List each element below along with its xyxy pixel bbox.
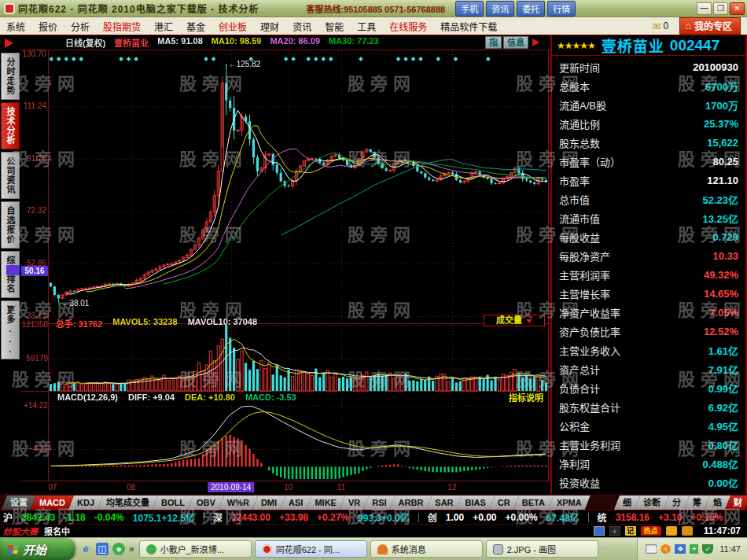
sidebar-tab[interactable]: 技术分析 <box>1 102 20 149</box>
stat-value: 14.65% <box>704 288 738 300</box>
index-value: 创 <box>428 510 437 524</box>
menu-item[interactable]: 精品软件下载 <box>440 20 497 33</box>
stat-row: 主营利润率49.32% <box>552 265 745 284</box>
sidebar-collapse-arrow-icon[interactable] <box>5 39 13 48</box>
titlebar-button-委托[interactable]: 委托 <box>517 1 545 17</box>
taskbar-task-button[interactable]: 2.JPG - 画图 <box>486 540 598 558</box>
indicator-tab[interactable]: OBV <box>188 496 224 510</box>
volume-header-item: MAVOL10: 37048 <box>188 317 257 330</box>
indicator-tab[interactable]: ARBR <box>390 496 432 510</box>
indicator-help-button[interactable]: 指标说明 <box>509 391 543 403</box>
stat-label: 更新时间 <box>559 60 600 75</box>
stat-row: 每股净资产10.33 <box>552 246 745 265</box>
index-value: +0.00% <box>506 512 538 523</box>
close-button[interactable]: ✕ <box>730 2 745 15</box>
stat-row: 主营增长率14.65% <box>552 284 745 303</box>
restore-button[interactable]: ❐ <box>713 2 728 15</box>
titlebar-button-资讯[interactable]: 资讯 <box>486 1 514 17</box>
menu-item[interactable]: 创业板 <box>219 20 247 33</box>
orange-tray-icon[interactable]: ‹ <box>661 544 671 554</box>
menu-item[interactable]: 理财 <box>260 20 279 33</box>
stat-row: 负债合计0.99亿 <box>552 378 745 397</box>
indicator-tab[interactable]: SAR <box>426 496 462 510</box>
network-icon[interactable]: ❖ <box>675 544 686 554</box>
menu-item[interactable]: 工具 <box>357 20 376 33</box>
indicator-tab[interactable]: KDJ <box>68 496 103 510</box>
index-value: 统 <box>598 510 607 524</box>
stat-row: 公积金4.95亿 <box>552 416 745 435</box>
index-value: +0.00 <box>473 512 496 523</box>
brightness-icon[interactable]: ✳ <box>609 526 620 536</box>
menu-item[interactable]: 在线服务 <box>389 20 427 33</box>
stat-value: 0.488亿 <box>702 456 738 471</box>
indicator-tab[interactable]: ASI <box>280 496 311 510</box>
indicator-tab[interactable]: 设置 <box>2 496 36 510</box>
mail-indicator[interactable]: ✉ 0 <box>653 20 669 32</box>
green-tray-icon[interactable]: + <box>690 544 698 554</box>
indicator-tab[interactable]: BOLL <box>153 496 193 510</box>
menu-item[interactable]: 资讯 <box>293 20 311 33</box>
indicator-tab[interactable]: DMI <box>252 496 285 510</box>
titlebar-button-行情[interactable]: 行情 <box>547 1 576 17</box>
sidebar-tab[interactable]: 更多... <box>1 300 20 359</box>
indicator-tab[interactable]: MACD <box>31 496 74 510</box>
info-mini-button[interactable]: 信息 <box>503 36 528 49</box>
stat-value: 4.95亿 <box>708 418 738 433</box>
uc-icon[interactable]: ● <box>112 543 125 555</box>
index-value: 1075.1+12.5亿 <box>133 510 195 524</box>
menu-item[interactable]: 基金 <box>186 20 205 33</box>
kline-chart-canvas[interactable] <box>21 35 550 495</box>
hot-news-button[interactable]: 热点 <box>641 526 661 536</box>
sidebar-tab[interactable]: 公司资讯 <box>1 152 20 199</box>
taskbar-task-button[interactable]: 系统消息 <box>370 540 483 558</box>
shield-icon[interactable]: ✓ <box>702 544 713 554</box>
notes-icon[interactable]: 记 <box>625 526 636 536</box>
titlebar-button-手机[interactable]: 手机 <box>455 1 484 17</box>
messenger-icon[interactable]: ◫ <box>96 543 109 555</box>
stat-value: 13.25亿 <box>702 211 738 226</box>
indicator-tab[interactable]: BIAS <box>457 496 495 510</box>
title-bar: 同花顺622 - 同花顺 2010电脑之家下载版 - 技术分析 客服热线:951… <box>0 0 747 17</box>
stat-row: 股东权益合计6.92亿 <box>552 397 745 416</box>
indicator-tab[interactable]: W%R <box>219 496 258 510</box>
index-status-bar: 沪2842.43-1.18-0.04%1075.1+12.5亿深12443.00… <box>0 510 747 524</box>
sidebar-tab[interactable]: 分时走势 <box>1 53 20 100</box>
stat-row: 净资产收益率7.05% <box>552 303 745 322</box>
indicator-tab[interactable]: XPMA <box>548 496 591 510</box>
keyboard-icon[interactable]: ⌨ <box>646 544 657 554</box>
ie-icon[interactable]: e <box>79 543 92 555</box>
announcement-icon[interactable] <box>682 526 693 536</box>
stat-value: 10.33 <box>712 250 738 262</box>
indicator-tab[interactable]: BETA <box>513 496 554 510</box>
indicator-tab-bar: 设置MACDKDJ均笔成交量BOLLOBVW%RDMIASIMIKEVRRSIA… <box>0 494 747 510</box>
menu-item[interactable]: 港汇 <box>154 20 173 33</box>
taskbar-task-button[interactable]: 小散户_新浪博... <box>139 540 252 558</box>
task-label: 系统消息 <box>392 543 426 555</box>
taskbar: 开始 e ◫ ● » 小散户_新浪博...同花顺622 - 同...系统消息2.… <box>0 537 747 560</box>
menu-item[interactable]: 报价 <box>39 20 57 33</box>
taskbar-task-button[interactable]: 同花顺622 - 同... <box>255 540 367 558</box>
my-zone-button[interactable]: ⌂ 我的专区 <box>679 17 741 35</box>
indicator-tab[interactable]: RSI <box>363 496 395 510</box>
volume-indicator-button[interactable]: 成交量 <box>484 315 545 326</box>
menu-item[interactable]: 系统 <box>6 20 25 33</box>
stock-code: 002447 <box>670 37 719 54</box>
menu-item[interactable]: 智能 <box>325 20 344 33</box>
indicator-tab[interactable]: MIKE <box>306 496 345 510</box>
scroll-right-arrow-icon[interactable] <box>532 39 539 46</box>
stat-label: 流通比例 <box>559 116 600 131</box>
message-icon[interactable] <box>666 526 677 536</box>
quick-launch-overflow-chevron[interactable]: » <box>129 543 134 554</box>
indicator-mini-button[interactable]: 指 <box>485 36 502 49</box>
minimize-button[interactable]: — <box>697 2 712 15</box>
stat-label: 市盈率（动） <box>559 154 620 169</box>
connection-icon[interactable] <box>594 526 605 536</box>
stat-value: 0.80亿 <box>708 437 738 452</box>
indicator-tab[interactable]: 诊断 <box>635 496 669 510</box>
menu-item[interactable]: 股指期货 <box>103 20 141 33</box>
dropdown-triangle-icon <box>526 319 532 323</box>
indicator-tab[interactable]: 均笔成交量 <box>98 496 158 510</box>
sidebar-tab[interactable]: 自选报价 <box>1 201 20 249</box>
menu-item[interactable]: 分析 <box>71 20 90 33</box>
start-button[interactable]: 开始 <box>0 538 75 560</box>
